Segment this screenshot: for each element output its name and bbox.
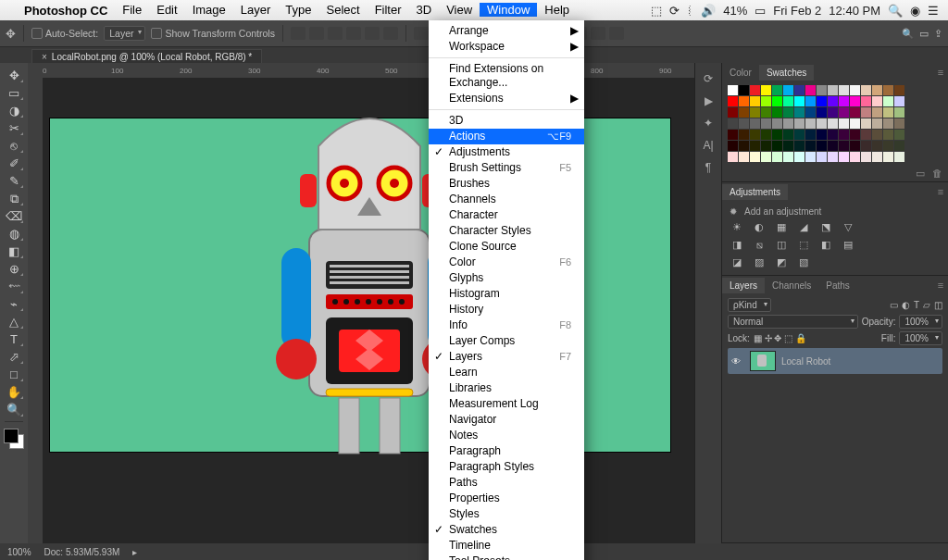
new-swatch-icon[interactable]: ▭ — [916, 168, 925, 180]
paths-tab[interactable]: Paths — [818, 278, 857, 293]
swatch[interactable] — [872, 85, 882, 95]
swatch[interactable] — [828, 85, 838, 95]
close-icon[interactable]: × — [42, 52, 47, 62]
tool-0[interactable]: ✥ — [3, 67, 25, 84]
swatch-grid[interactable] — [722, 81, 948, 166]
swatch[interactable] — [894, 141, 904, 151]
layer-thumbnail[interactable] — [750, 351, 776, 371]
doc-size[interactable]: Doc: 5.93M/5.93M — [44, 547, 120, 557]
menuitem-3d[interactable]: 3D — [429, 113, 584, 129]
swatch[interactable] — [761, 141, 771, 151]
swatch[interactable] — [783, 96, 793, 106]
swatch[interactable] — [883, 107, 893, 118]
menuitem-channels[interactable]: Channels — [429, 192, 584, 207]
menu-view[interactable]: View — [439, 3, 480, 17]
menuitem-character[interactable]: Character — [429, 207, 584, 223]
swatch[interactable] — [872, 152, 882, 162]
tool-19[interactable]: 🔍 — [3, 401, 25, 418]
menuitem-workspace[interactable]: Workspace▶ — [429, 39, 584, 55]
swatch[interactable] — [794, 141, 805, 151]
menuitem-paths[interactable]: Paths — [429, 475, 584, 491]
tool-17[interactable]: □ — [3, 366, 25, 383]
menu-type[interactable]: Type — [278, 3, 318, 17]
swatch[interactable] — [783, 85, 793, 95]
adjust-preset-icon[interactable]: ✹ — [730, 206, 737, 217]
collapsed-dock[interactable]: ⟳ ▶ ✦ A| ¶ — [694, 63, 721, 543]
swatch[interactable] — [739, 107, 749, 118]
swatch[interactable] — [750, 85, 760, 95]
swatch[interactable] — [805, 118, 816, 129]
tool-12[interactable]: ⬳ — [3, 278, 25, 295]
menu-select[interactable]: Select — [318, 3, 367, 17]
menuitem-color[interactable]: ColorF6 — [429, 255, 584, 270]
zoom-level[interactable]: 100% — [7, 547, 31, 557]
swatch[interactable] — [772, 85, 782, 95]
wifi-icon[interactable]: ⧙ — [687, 4, 693, 18]
tool-2[interactable]: ◑ — [3, 102, 25, 119]
tool-9[interactable]: ◍ — [3, 225, 25, 243]
tool-16[interactable]: ⬀ — [3, 348, 25, 366]
notification-icon[interactable]: ☰ — [928, 4, 939, 18]
swatch[interactable] — [750, 141, 760, 151]
menuitem-character-styles[interactable]: Character Styles — [429, 223, 584, 239]
layer-row[interactable]: 👁 Local Robot — [728, 348, 942, 374]
swatch[interactable] — [828, 96, 838, 106]
swatch[interactable] — [817, 152, 827, 162]
tool-7[interactable]: ⧉ — [3, 190, 25, 207]
swatch[interactable] — [805, 85, 816, 95]
menuitem-brush-settings[interactable]: Brush SettingsF5 — [429, 160, 584, 176]
swatch[interactable] — [872, 130, 882, 140]
menu-image[interactable]: Image — [185, 3, 233, 17]
swatch[interactable] — [883, 152, 893, 162]
menuitem-tool-presets[interactable]: Tool Presets — [429, 554, 584, 560]
auto-select-checkbox[interactable]: Auto-Select: — [31, 28, 98, 39]
swatch[interactable] — [861, 85, 871, 95]
menuitem-find-extensions-on-exchange-[interactable]: Find Extensions on Exchange... — [429, 61, 584, 91]
menuitem-notes[interactable]: Notes — [429, 428, 584, 443]
swatch[interactable] — [828, 118, 838, 129]
swatch[interactable] — [728, 130, 738, 140]
show-transform-checkbox[interactable]: Show Transform Controls — [151, 28, 274, 39]
swatch[interactable] — [772, 107, 782, 118]
swatch[interactable] — [894, 130, 904, 140]
lock-icons[interactable]: ▦ ✢ ✥ ⬚ 🔒 — [754, 333, 806, 343]
channels-tab[interactable]: Channels — [765, 278, 818, 293]
swatch[interactable] — [761, 118, 771, 129]
menuitem-paragraph[interactable]: Paragraph — [429, 443, 584, 459]
menuitem-adjustments[interactable]: ✓Adjustments — [429, 144, 584, 160]
menuitem-layer-comps[interactable]: Layer Comps — [429, 333, 584, 349]
swatch[interactable] — [861, 152, 871, 162]
swatch[interactable] — [872, 118, 882, 129]
menuitem-clone-source[interactable]: Clone Source — [429, 239, 584, 255]
tool-3[interactable]: ✂ — [3, 119, 25, 137]
color-tab[interactable]: Color — [722, 65, 759, 81]
swatch[interactable] — [761, 130, 771, 140]
swatch[interactable] — [894, 107, 904, 118]
swatch[interactable] — [861, 96, 871, 106]
layer-kind-filter[interactable]: ρKind — [728, 298, 771, 312]
swatch[interactable] — [850, 118, 860, 129]
app-name[interactable]: Photoshop CC — [17, 4, 115, 18]
swatch[interactable] — [839, 85, 849, 95]
tool-18[interactable]: ✋ — [3, 383, 25, 401]
siri-icon[interactable]: ◉ — [910, 4, 920, 18]
tool-10[interactable]: ◧ — [3, 243, 25, 260]
swatch[interactable] — [783, 141, 793, 151]
swatch[interactable] — [894, 118, 904, 129]
menu-layer[interactable]: Layer — [233, 3, 279, 17]
adjustments-tab[interactable]: Adjustments — [722, 184, 788, 200]
swatch[interactable] — [794, 152, 805, 162]
tool-8[interactable]: ⌫ — [3, 207, 25, 225]
swatch[interactable] — [761, 96, 771, 106]
swatch[interactable] — [805, 96, 816, 106]
swatch[interactable] — [739, 96, 749, 106]
swatch[interactable] — [861, 118, 871, 129]
swatch[interactable] — [772, 96, 782, 106]
swatch[interactable] — [805, 152, 816, 162]
swatch[interactable] — [794, 118, 805, 129]
swatches-tab[interactable]: Swatches — [759, 65, 814, 81]
panel-menu-icon[interactable]: ≡ — [933, 67, 948, 78]
menu-time[interactable]: 12:40 PM — [829, 4, 880, 18]
swatch[interactable] — [817, 141, 827, 151]
swatch[interactable] — [728, 141, 738, 151]
